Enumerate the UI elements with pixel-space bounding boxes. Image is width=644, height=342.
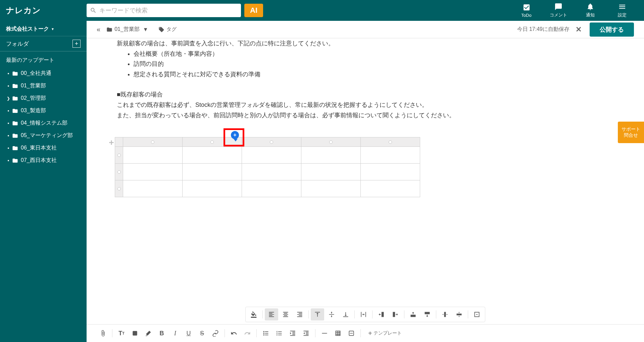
align-right-button[interactable] (293, 308, 306, 320)
align-center-button[interactable] (279, 308, 292, 320)
row-handle-cell[interactable] (115, 164, 123, 180)
table-cell[interactable] (242, 164, 301, 180)
doc-line[interactable]: また、担当が変わっている場合や、前回訪問時と別の人が訪問する場合は、必ず事前情報… (117, 110, 614, 121)
doc-bullet[interactable]: 想定される質問とそれに対応できる資料の準備 (134, 69, 614, 80)
insert-col-right-button[interactable] (389, 308, 402, 320)
numbered-list-button[interactable] (273, 327, 286, 339)
table-cell[interactable] (301, 180, 361, 197)
fill-color-button[interactable] (247, 308, 260, 320)
delete-row-button[interactable] (452, 308, 466, 320)
sidebar-folder-item[interactable]: 03_製造部 (6, 104, 81, 117)
hr-button[interactable] (318, 327, 331, 339)
column-handle[interactable] (151, 140, 154, 144)
table-cell[interactable] (183, 147, 242, 164)
column-handle[interactable] (270, 140, 273, 144)
sidebar-folder-item[interactable]: 00_全社共通 (6, 67, 81, 80)
italic-button[interactable]: I (169, 327, 182, 339)
valign-bottom-button[interactable] (339, 308, 352, 320)
sidebar-folder-item[interactable]: 07_西日本支社 (6, 154, 81, 167)
search-box[interactable] (87, 4, 241, 17)
valign-top-button[interactable] (311, 308, 324, 320)
row-handle-cell[interactable] (115, 180, 123, 197)
table-cell[interactable] (123, 164, 183, 180)
table-cell[interactable] (361, 180, 420, 197)
row-handle-cell[interactable] (115, 147, 123, 164)
row-handle[interactable] (117, 187, 121, 190)
link-button[interactable] (209, 327, 222, 339)
doc-bullet[interactable]: 訪問の目的 (134, 59, 614, 69)
doc-bullet[interactable]: 会社概要（所在地・事業内容） (134, 49, 614, 59)
collapse-left-icon[interactable]: « (97, 26, 100, 33)
nav-comment[interactable]: コメント (542, 3, 574, 18)
move-handle-icon[interactable] (108, 140, 115, 146)
table-button[interactable] (332, 327, 344, 339)
table-header-cell[interactable] (301, 137, 361, 147)
insert-row-above-button[interactable] (406, 308, 420, 320)
nav-bell[interactable]: 通知 (574, 3, 606, 18)
text-color-button[interactable] (129, 327, 141, 339)
doc-body[interactable]: 新規顧客の場合は、事前調査を入念に行い、下記の点に特に注意してください。 会社概… (87, 38, 644, 307)
distribute-horiz-button[interactable] (357, 308, 370, 320)
underline-button[interactable]: U (182, 327, 195, 339)
valign-middle-button[interactable] (325, 308, 338, 320)
bold-button[interactable]: B (155, 327, 168, 339)
undo-button[interactable] (228, 327, 240, 339)
sidebar-folder-item[interactable]: 02_管理部 (6, 92, 81, 104)
column-handle[interactable] (329, 140, 333, 144)
table-cell[interactable] (242, 180, 301, 197)
align-left-button[interactable] (265, 308, 278, 320)
insert-column-marker[interactable]: + (231, 131, 240, 144)
doc-line[interactable]: これまでの既存顧客は必ず、Stockの営業管理フォルダを確認し、常に最新の状況を… (117, 100, 614, 110)
table-cell[interactable] (301, 164, 361, 180)
support-button[interactable]: サポート 問合せ (618, 122, 644, 143)
doc-section-head[interactable]: ■既存顧客の場合 (117, 89, 614, 100)
sidebar-folder-item[interactable]: 01_営業部 (6, 80, 81, 92)
highlight-button[interactable] (142, 327, 155, 339)
table-cell[interactable] (242, 147, 301, 164)
ai-button[interactable]: AI (244, 4, 263, 17)
row-handle[interactable] (117, 154, 121, 157)
company-selector[interactable]: 株式会社ストーク ▼ (0, 26, 87, 36)
search-input[interactable] (99, 7, 238, 14)
outdent-button[interactable] (300, 327, 312, 339)
close-button[interactable]: ✕ (576, 25, 582, 34)
redo-button[interactable] (241, 327, 254, 339)
doc-text[interactable]: 新規顧客の場合は、事前調査を入念に行い、下記の点に特に注意してください。 会社概… (107, 38, 624, 120)
updates-label[interactable]: 最新のアップデート (0, 51, 87, 67)
nav-todo[interactable]: ToDo (510, 3, 542, 18)
editable-table[interactable] (115, 137, 420, 197)
insert-row-below-button[interactable] (420, 308, 434, 320)
merge-cells-button[interactable] (470, 308, 484, 320)
table-cell[interactable] (361, 147, 420, 164)
sidebar-folder-item[interactable]: 05_マーケティング部 (6, 129, 81, 142)
breadcrumb-folder[interactable]: 01_営業部 ▼ (106, 26, 152, 33)
indent-button[interactable] (286, 327, 299, 339)
sidebar-folder-item[interactable]: 04_情報システム部 (6, 117, 81, 129)
bullet-list-button[interactable] (259, 327, 272, 339)
attachment-button[interactable] (97, 327, 109, 339)
delete-col-button[interactable] (438, 308, 452, 320)
table-cell[interactable] (361, 164, 420, 180)
sidebar-folder-item[interactable]: 06_東日本支社 (6, 142, 81, 154)
template-button[interactable]: +テンプレート (363, 330, 405, 337)
table-header-cell[interactable] (361, 137, 420, 147)
table-cell[interactable] (123, 147, 183, 164)
checkbox-button[interactable] (345, 327, 358, 339)
publish-button[interactable]: 公開する (590, 23, 634, 37)
column-handle[interactable] (210, 140, 214, 144)
table-cell[interactable] (301, 147, 361, 164)
strikethrough-button[interactable]: S (196, 327, 208, 339)
column-handle[interactable] (389, 140, 392, 144)
tag-selector[interactable]: タグ (158, 26, 177, 33)
insert-col-left-button[interactable] (375, 308, 388, 320)
table-cell[interactable] (183, 180, 242, 197)
add-folder-button[interactable]: + (72, 40, 81, 48)
table-cell[interactable] (123, 180, 183, 197)
nav-settings[interactable]: 設定 (606, 3, 638, 18)
row-handle[interactable] (117, 170, 121, 174)
table-header-cell[interactable] (123, 137, 183, 147)
table-cell[interactable] (183, 164, 242, 180)
text-size-button[interactable]: TT (115, 327, 128, 339)
doc-line[interactable]: 新規顧客の場合は、事前調査を入念に行い、下記の点に特に注意してください。 (117, 38, 614, 49)
table-header-cell[interactable] (242, 137, 301, 147)
